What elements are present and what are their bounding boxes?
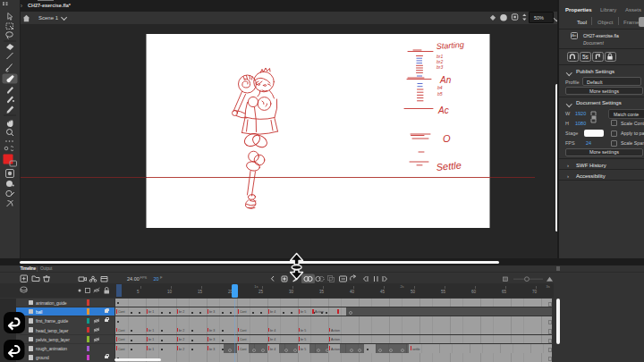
svg-text:FPS: FPS bbox=[140, 275, 148, 280]
svg-text:20: 20 bbox=[154, 276, 159, 282]
svg-text:An: An bbox=[439, 75, 452, 85]
svg-text:O: O bbox=[443, 133, 451, 144]
svg-text:5s: 5s bbox=[582, 54, 589, 60]
svg-text:br3: br3 bbox=[436, 64, 443, 70]
svg-text:b5: b5 bbox=[437, 91, 443, 97]
svg-text:Ac: Ac bbox=[437, 105, 449, 115]
svg-text:Settle: Settle bbox=[436, 160, 462, 173]
svg-text:24.00: 24.00 bbox=[127, 276, 140, 282]
svg-text:F: F bbox=[160, 275, 163, 280]
svg-text:b4: b4 bbox=[437, 85, 443, 90]
